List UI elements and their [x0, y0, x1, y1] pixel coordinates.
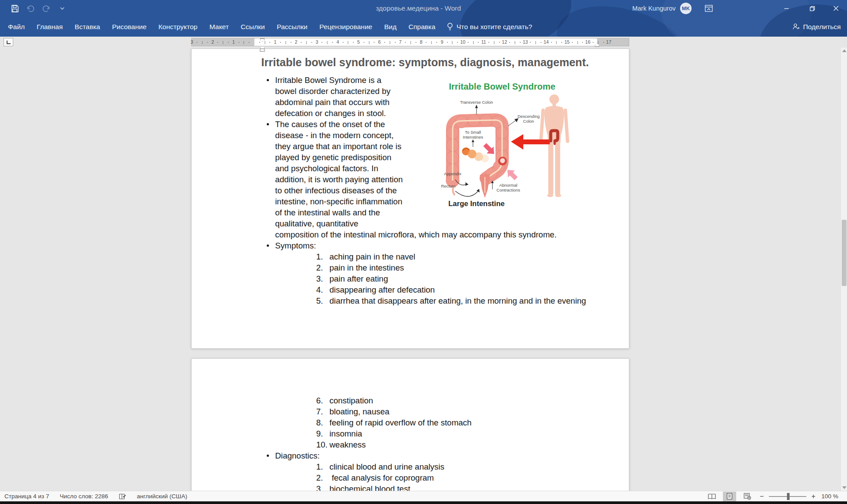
- read-mode-icon: [708, 493, 716, 500]
- numbered-list-item: 6.constipation: [254, 395, 596, 406]
- ribbon-tab[interactable]: Рецензирование: [319, 23, 372, 31]
- vertical-scrollbar[interactable]: [840, 48, 847, 491]
- zoom-in-button[interactable]: +: [810, 493, 817, 500]
- symptoms-list: 1.aching pain in the navel 2.pain in the…: [254, 251, 596, 306]
- close-button[interactable]: [825, 0, 847, 17]
- titlebar: здоровье.медецина - Word Mark Kungurov M…: [0, 0, 847, 17]
- bullet-item: Diagnostics:: [254, 450, 596, 461]
- chevron-down-icon: [60, 7, 64, 10]
- numbered-list-item: 7.bloating, nausea: [254, 406, 596, 417]
- ribbon-tab[interactable]: Макет: [209, 23, 229, 31]
- page-indicator[interactable]: Страница 4 из 7: [4, 493, 49, 500]
- ribbon-display-options-button[interactable]: [701, 0, 716, 17]
- numbered-list-item: 1.aching pain in the navel: [254, 251, 596, 262]
- window-title: здоровье.медецина - Word: [376, 4, 461, 12]
- numbered-list-item: 1.clinical blood and urine analysis: [254, 461, 596, 472]
- ribbon-tab[interactable]: Вставка: [75, 23, 100, 31]
- tell-me-box[interactable]: Что вы хотите сделать?: [447, 23, 532, 31]
- user-avatar[interactable]: MK: [680, 3, 692, 14]
- symptoms-list-continued: 6.constipation 7.bloating, nausea 8.feel…: [254, 395, 596, 450]
- numbered-list-item: 2. fecal analysis for coprogram: [254, 472, 596, 483]
- window-bottom-edge: [0, 501, 847, 504]
- customize-quick-access-button[interactable]: [57, 3, 67, 14]
- ribbon-tab[interactable]: Рисование: [112, 23, 147, 31]
- document-canvas[interactable]: Irritable bowel syndrome: symptoms, diag…: [0, 48, 847, 491]
- ribbon-tab[interactable]: Файл: [8, 23, 25, 31]
- tab-stop-selector[interactable]: [4, 38, 13, 46]
- read-mode-button[interactable]: [705, 492, 718, 501]
- ribbon-tabs: ФайлГлавнаяВставкаРисованиеКонструкторМа…: [0, 23, 435, 31]
- zoom-slider: [769, 496, 806, 497]
- ribbon-tab[interactable]: Вид: [384, 23, 397, 31]
- save-icon: [11, 5, 19, 12]
- restore-button[interactable]: [799, 0, 825, 17]
- numbered-list-item: 8.feeling of rapid overflow of the stoma…: [254, 417, 596, 428]
- lightbulb-icon: [447, 23, 453, 31]
- zoom-level[interactable]: 100 %: [821, 493, 842, 500]
- undo-button[interactable]: [26, 3, 35, 14]
- ribbon-display-options-icon: [705, 5, 713, 12]
- hanging-indent-marker[interactable]: [260, 46, 265, 52]
- document-heading: Irritable bowel syndrome: symptoms, diag…: [254, 55, 596, 69]
- zoom-out-button[interactable]: −: [758, 493, 765, 500]
- status-bar: Страница 4 из 7 Число слов: 2286 английс…: [0, 491, 847, 501]
- bullet-item: Irritable Bowel Syndrome is a bowel diso…: [254, 75, 596, 119]
- undo-icon: [26, 5, 34, 12]
- quick-access-toolbar: [0, 3, 67, 14]
- share-button[interactable]: Поделиться: [792, 23, 841, 31]
- proofing-status-button[interactable]: [119, 493, 126, 500]
- scroll-down-arrow[interactable]: [842, 486, 847, 489]
- word-window: здоровье.медецина - Word Mark Kungurov M…: [0, 0, 847, 504]
- minimize-icon: [784, 6, 789, 11]
- ribbon-tab[interactable]: Конструктор: [159, 23, 197, 31]
- horizontal-ruler[interactable]: 3211234567891011121314151617: [191, 38, 629, 46]
- minimize-button[interactable]: [774, 0, 799, 17]
- zoom-controls: − +: [758, 493, 817, 500]
- print-layout-button[interactable]: [723, 492, 736, 501]
- numbered-list-item: 5.diarrhea that disappears after eating,…: [254, 295, 596, 306]
- title-and-ribbon-header: здоровье.медецина - Word Mark Kungurov M…: [0, 0, 847, 37]
- numbered-list-item: 10.weakness: [254, 439, 596, 450]
- zoom-slider-handle[interactable]: [787, 493, 790, 500]
- print-layout-icon: [726, 493, 733, 500]
- redo-button[interactable]: [42, 3, 51, 14]
- ribbon-tab[interactable]: Рассылки: [277, 23, 308, 31]
- tell-me-label: Что вы хотите сделать?: [457, 23, 532, 31]
- numbered-list-item: 3.biochemical blood test: [254, 483, 596, 491]
- restore-icon: [809, 6, 815, 11]
- web-layout-icon: [744, 493, 751, 500]
- language-indicator[interactable]: английский (США): [137, 493, 187, 500]
- tab-stop-icon: [7, 41, 11, 44]
- ribbon-tab[interactable]: Главная: [37, 23, 63, 31]
- document-page-next[interactable]: 6.constipation 7.bloating, nausea 8.feel…: [191, 358, 629, 491]
- numbered-list-item: 4.disappearing after defecation: [254, 284, 596, 295]
- ruler-zone: 3211234567891011121314151617: [0, 37, 847, 48]
- bullet-item: The causes of the onset of the disease -…: [254, 119, 596, 240]
- scroll-up-arrow[interactable]: [842, 49, 847, 52]
- close-icon: [833, 6, 839, 11]
- ribbon-tab[interactable]: Ссылки: [241, 23, 265, 31]
- ribbon-tab-row: ФайлГлавнаяВставкаРисованиеКонструкторМа…: [0, 17, 847, 37]
- scrollbar-thumb[interactable]: [842, 220, 847, 286]
- web-layout-button[interactable]: [741, 492, 754, 501]
- share-person-icon: [792, 23, 800, 30]
- word-count[interactable]: Число слов: 2286: [60, 493, 108, 500]
- save-button[interactable]: [10, 3, 19, 14]
- user-name: Mark Kungurov: [632, 5, 676, 12]
- document-page-current[interactable]: Irritable bowel syndrome: symptoms, diag…: [191, 49, 629, 349]
- numbered-list-item: 3.pain after eating: [254, 273, 596, 284]
- numbered-list-item: 2.pain in the intestines: [254, 262, 596, 273]
- ribbon-tab[interactable]: Справка: [408, 23, 435, 31]
- proofing-check-icon: [119, 493, 126, 500]
- redo-icon: [42, 5, 50, 12]
- numbered-list-item: 9.insomnia: [254, 428, 596, 439]
- share-label: Поделиться: [803, 23, 841, 31]
- diagnostics-list: 1.clinical blood and urine analysis 2. f…: [254, 461, 596, 491]
- bullet-item: Symptoms:: [254, 240, 596, 251]
